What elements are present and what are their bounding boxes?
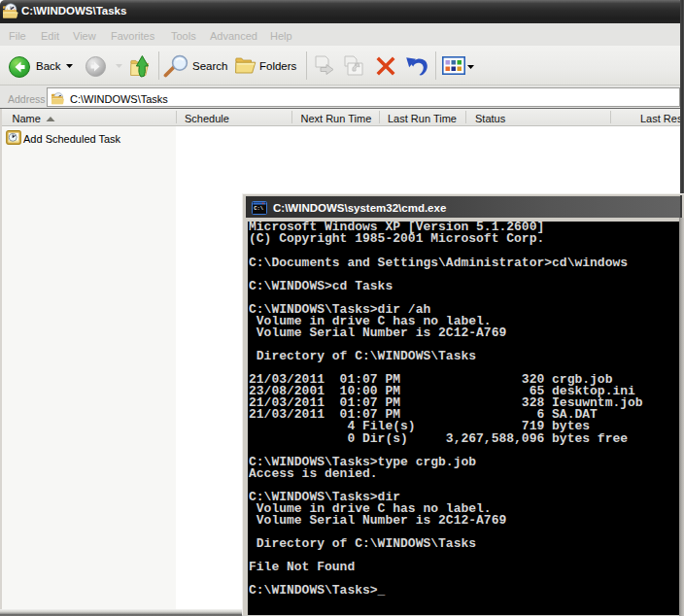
- svg-text:C:\: C:\: [254, 205, 264, 212]
